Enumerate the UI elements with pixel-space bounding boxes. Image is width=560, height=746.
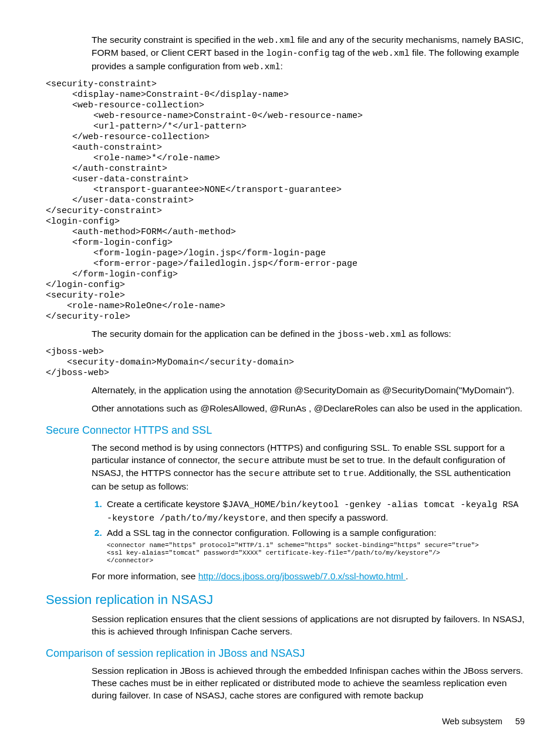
code-inline: secure (238, 456, 269, 466)
code-inline: web.xml (373, 49, 410, 59)
paragraph-ssl-method: The second method is by using connectors… (92, 442, 525, 492)
paragraph-more-info: For more information, see http://docs.jb… (92, 571, 525, 583)
intro-paragraph: The security constraint is specified in … (92, 34, 525, 73)
code-block-connector: <connector name="https" protocol="HTTP/1… (107, 542, 525, 565)
code-inline: web.xml (258, 36, 295, 46)
text: Create a certificate keystore (107, 499, 222, 509)
page-number: 59 (515, 717, 525, 726)
heading-comparison: Comparison of session replication in JBo… (46, 646, 525, 660)
step-1: Create a certificate keystore $JAVA_HOME… (104, 498, 525, 525)
heading-secure-connector: Secure Connector HTTPS and SSL (46, 423, 525, 437)
paragraph-other-annotations: Other annotations such as @RolesAllowed,… (92, 403, 525, 415)
paragraph-session-replication: Session replication ensures that the cli… (92, 613, 525, 638)
text: . (406, 571, 408, 581)
code-inline: login-config (266, 49, 330, 59)
text: tag of the (330, 48, 373, 58)
paragraph-alternately: Alternately, in the application using th… (92, 384, 525, 397)
code-inline: jboss-web.xml (338, 330, 406, 340)
text: , and then specify a password. (265, 512, 388, 522)
code-block-security-constraint: <security-constraint> <display-name>Cons… (46, 79, 525, 322)
code-block-jboss-web: <jboss-web> <security-domain>MyDomain</s… (46, 347, 525, 379)
page-footer: Web subsystem 59 (46, 716, 525, 728)
heading-session-replication: Session replication in NSASJ (46, 591, 525, 609)
text: The security domain for the application … (92, 329, 338, 339)
footer-section-label: Web subsystem (442, 717, 502, 726)
code-inline: true (343, 469, 364, 479)
step-2: Add a SSL tag in the connector configura… (104, 527, 525, 565)
text: as follows: (406, 329, 451, 339)
text: For more information, see (92, 571, 198, 581)
text: The security constraint is specified in … (92, 35, 258, 45)
ssl-howto-link[interactable]: http://docs.jboss.org/jbossweb/7.0.x/ssl… (198, 571, 406, 581)
code-inline: web.xml (243, 62, 280, 72)
code-inline: secure (248, 469, 280, 479)
text: attribute set to (280, 468, 343, 478)
text: : (280, 61, 282, 71)
steps-list: Create a certificate keystore $JAVA_HOME… (92, 498, 525, 565)
paragraph-comparison: Session replication in JBoss is achieved… (92, 665, 525, 702)
text: Add a SSL tag in the connector configura… (107, 528, 436, 538)
paragraph-domain-defined: The security domain for the application … (92, 328, 525, 341)
